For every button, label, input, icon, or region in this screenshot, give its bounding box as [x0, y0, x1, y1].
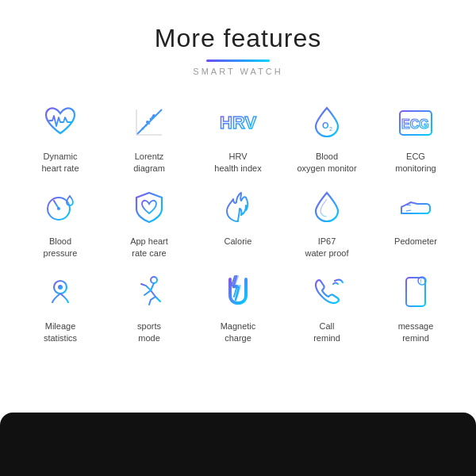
feature-blood-oxygen: O 2 Bloodoxygen monitor [282, 98, 371, 175]
calorie-icon [214, 183, 262, 231]
svg-text:ECG: ECG [401, 117, 429, 131]
feature-app-heart: App heartrate care [105, 183, 194, 260]
feature-lorentz-diagram: Lorentzdiagram [105, 98, 194, 175]
app-heart-label: App heartrate care [130, 236, 168, 260]
feature-mileage: Mileagestatistics [16, 268, 105, 345]
pedometer-icon [392, 183, 440, 231]
svg-text:HRV: HRV [220, 113, 256, 132]
svg-text:2: 2 [329, 126, 332, 132]
ip67-label: IP67water proof [305, 236, 348, 260]
dynamic-heart-rate-icon [36, 98, 84, 146]
subtitle: SMART WATCH [155, 67, 321, 76]
sports-label: sportsmode [137, 321, 161, 345]
blood-pressure-icon [36, 183, 84, 231]
svg-line-22 [406, 210, 411, 211]
feature-sports: sportsmode [105, 268, 194, 345]
divider [206, 60, 270, 62]
ip67-icon [303, 183, 351, 231]
svg-text:O: O [322, 121, 329, 130]
svg-point-26 [151, 277, 157, 283]
svg-point-10 [148, 123, 150, 125]
svg-point-18 [57, 207, 60, 210]
message-label: messageremind [398, 321, 434, 345]
dynamic-heart-rate-label: Dynamicheart rate [41, 151, 79, 175]
call-label: Callremind [313, 321, 340, 345]
magnetic-label: Magneticcharge [221, 321, 256, 345]
svg-point-24 [58, 285, 63, 290]
feature-ip67: IP67water proof [282, 183, 371, 260]
svg-point-8 [152, 117, 154, 119]
mileage-label: Mileagestatistics [44, 321, 77, 345]
call-icon [303, 268, 351, 316]
lorentz-diagram-label: Lorentzdiagram [133, 151, 165, 175]
feature-ecg: ECG ECGmonitoring [371, 98, 460, 175]
header: More features SMART WATCH [155, 24, 321, 92]
features-grid: Dynamicheart rate [16, 98, 460, 344]
mileage-icon [36, 268, 84, 316]
calorie-label: Calorie [225, 236, 252, 248]
svg-point-4 [145, 125, 148, 127]
feature-blood-pressure: Bloodpressure [16, 183, 105, 260]
blood-oxygen-label: Bloodoxygen monitor [297, 151, 356, 175]
blood-pressure-label: Bloodpressure [44, 236, 78, 260]
lorentz-diagram-icon [125, 98, 173, 146]
page: More features SMART WATCH Dyna [0, 0, 476, 476]
magnetic-icon [214, 268, 262, 316]
svg-point-9 [144, 126, 145, 128]
feature-message: ! messageremind [371, 268, 460, 345]
pedometer-label: Pedometer [394, 236, 437, 248]
feature-magnetic: Magneticcharge [194, 268, 282, 345]
svg-rect-27 [406, 278, 425, 306]
app-heart-icon [125, 183, 173, 231]
svg-point-3 [142, 128, 144, 130]
ecg-icon: ECG [392, 98, 440, 146]
feature-call: Callremind [282, 268, 371, 345]
message-icon: ! [392, 268, 440, 316]
hrv-icon: HRV [214, 98, 262, 146]
feature-dynamic-heart-rate: Dynamicheart rate [16, 98, 105, 175]
hrv-label: HRVhealth index [214, 151, 261, 175]
sports-icon [125, 268, 173, 316]
blood-oxygen-icon: O 2 [303, 98, 351, 146]
ecg-label: ECGmonitoring [395, 151, 436, 175]
svg-text:!: ! [420, 278, 422, 284]
page-title: More features [155, 24, 321, 53]
feature-pedometer: Pedometer [371, 183, 460, 260]
svg-line-20 [406, 205, 411, 205]
feature-hrv: HRV HRVhealth index [194, 98, 282, 175]
bottom-bar [0, 413, 476, 476]
feature-calorie: Calorie [194, 183, 282, 260]
